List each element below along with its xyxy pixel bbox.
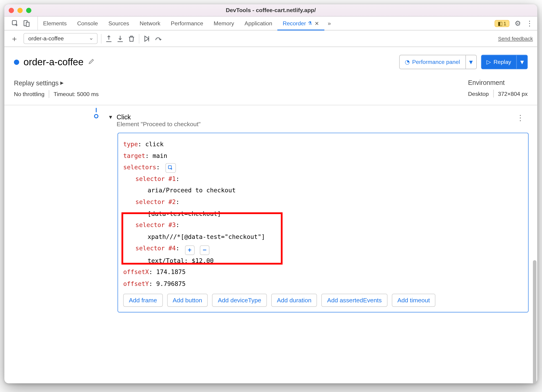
add-button-button[interactable]: Add button xyxy=(167,294,208,307)
scrollbar-thumb[interactable] xyxy=(533,260,536,383)
selector2-value[interactable]: [data-test=checkout] xyxy=(147,210,221,217)
gauge-icon: ◔ xyxy=(405,59,410,65)
step-subtitle: Element "Proceed to checkout" xyxy=(117,120,201,128)
new-recording-button[interactable]: ＋ xyxy=(9,33,20,44)
separator xyxy=(101,34,101,43)
prop-target-key: target xyxy=(123,152,145,159)
selector3-value[interactable]: xpath///*[@data-test="checkout"] xyxy=(147,233,265,240)
devtools-tabbar: Elements Console Sources Network Perform… xyxy=(4,16,537,30)
prop-offsetx-value[interactable]: 174.1875 xyxy=(156,268,186,276)
recording-selector[interactable]: order-a-coffee xyxy=(23,33,98,44)
inspect-element-icon[interactable] xyxy=(11,19,19,27)
prop-offsety-value[interactable]: 9.796875 xyxy=(156,280,186,287)
timeline-tick xyxy=(96,108,97,112)
device-value: Desktop xyxy=(468,90,489,97)
step-forward-icon[interactable] xyxy=(154,35,162,43)
warning-icon: ◧ xyxy=(498,20,503,27)
prop-type-value[interactable]: click xyxy=(145,140,163,148)
recording-selector-value: order-a-coffee xyxy=(28,35,64,42)
tab-network[interactable]: Network xyxy=(135,16,166,30)
add-assertedevents-button[interactable]: Add assertedEvents xyxy=(321,294,387,307)
issues-badge[interactable]: ◧ 1 xyxy=(495,20,509,27)
performance-panel-button[interactable]: ◔ Performance panel xyxy=(400,55,465,69)
timeout-value: Timeout: 5000 ms xyxy=(54,91,99,97)
step-menu-icon[interactable]: ⋮ xyxy=(516,113,524,123)
recorder-toolbar: ＋ order-a-coffee Send feedback xyxy=(4,30,537,47)
send-feedback-link[interactable]: Send feedback xyxy=(498,35,533,42)
replay-dropdown-caret[interactable]: ▾ xyxy=(516,55,527,69)
issues-count: 1 xyxy=(504,20,506,27)
separator xyxy=(139,34,139,43)
add-frame-button[interactable]: Add frame xyxy=(123,294,163,307)
import-icon[interactable] xyxy=(116,35,124,43)
chevron-right-icon: ▸ xyxy=(60,79,64,86)
prop-type-key: type xyxy=(123,140,138,148)
performance-dropdown-caret[interactable]: ▾ xyxy=(465,55,476,69)
step-area: ⋮ ▼ Click Element "Proceed to checkout" … xyxy=(4,105,537,321)
add-selector-button[interactable]: + xyxy=(185,245,195,255)
replay-button-group: ▷ Replay ▾ xyxy=(481,55,528,69)
selector1-value[interactable]: aria/Proceed to checkout xyxy=(147,187,236,194)
settings-gear-icon[interactable]: ⚙ xyxy=(515,19,521,27)
recording-title: order-a-coffee xyxy=(23,56,84,68)
tab-close-icon[interactable]: ✕ xyxy=(314,20,319,27)
settings-bar: Replay settings ▸ No throttling Timeout:… xyxy=(4,74,537,105)
throttling-value: No throttling xyxy=(14,91,44,97)
add-timeout-button[interactable]: Add timeout xyxy=(392,294,436,307)
svg-rect-2 xyxy=(26,22,29,26)
tab-sources[interactable]: Sources xyxy=(103,16,135,30)
play-icon: ▷ xyxy=(487,59,491,65)
dimensions-value: 372×804 px xyxy=(498,90,528,97)
devtools-window: DevTools - coffee-cart.netlify.app/ Elem… xyxy=(4,4,537,383)
selector1-key: selector #1 xyxy=(136,175,176,182)
window-title: DevTools - coffee-cart.netlify.app/ xyxy=(4,7,537,14)
prop-selectors-key: selectors xyxy=(123,164,156,171)
tab-recorder-label: Recorder xyxy=(283,20,306,27)
tab-performance[interactable]: Performance xyxy=(166,16,208,30)
performance-panel-label: Performance panel xyxy=(412,59,460,65)
delete-icon[interactable] xyxy=(128,35,136,43)
selector2-key: selector #2 xyxy=(136,199,176,206)
remove-selector-button[interactable]: − xyxy=(200,245,209,255)
title-bar: DevTools - coffee-cart.netlify.app/ xyxy=(4,4,537,16)
performance-panel-button-group: ◔ Performance panel ▾ xyxy=(399,55,477,69)
environment-header: Environment xyxy=(468,79,528,86)
more-tabs-chevron[interactable]: » xyxy=(324,16,334,30)
tab-recorder[interactable]: Recorder ⚗ ✕ xyxy=(277,16,324,30)
flask-icon: ⚗ xyxy=(308,21,312,26)
prop-target-value[interactable]: main xyxy=(152,152,167,159)
selector4-value[interactable]: text/Total: $12.00 xyxy=(147,257,213,264)
selector4-key: selector #4 xyxy=(136,245,176,252)
prop-offsety-key: offsetY xyxy=(123,280,149,287)
add-property-row: Add frame Add button Add deviceType Add … xyxy=(123,294,523,307)
divider xyxy=(49,90,49,98)
step-header[interactable]: ▼ Click Element "Proceed to checkout" xyxy=(108,113,529,128)
selector3-key: selector #3 xyxy=(136,221,176,229)
recording-dot-icon xyxy=(14,59,19,64)
timeline-dot xyxy=(94,114,98,118)
edit-title-icon[interactable] xyxy=(88,58,95,66)
step-detail-panel: type: click target: main selectors: sele… xyxy=(118,133,529,313)
replay-settings-label: Replay settings xyxy=(14,79,59,86)
device-toggle-icon[interactable] xyxy=(23,19,30,27)
more-options-icon[interactable]: ⋮ xyxy=(526,19,533,27)
tab-application[interactable]: Application xyxy=(239,16,277,30)
collapse-caret-icon[interactable]: ▼ xyxy=(108,114,113,120)
divider xyxy=(493,90,493,97)
prop-offsetx-key: offsetX xyxy=(123,268,149,276)
add-duration-button[interactable]: Add duration xyxy=(271,294,317,307)
add-devicetype-button[interactable]: Add deviceType xyxy=(212,294,267,307)
replay-button[interactable]: ▷ Replay xyxy=(481,55,516,69)
step-over-icon[interactable] xyxy=(143,35,151,43)
replay-label: Replay xyxy=(493,59,511,65)
element-picker-button[interactable] xyxy=(165,163,176,173)
export-icon[interactable] xyxy=(105,35,113,43)
tab-memory[interactable]: Memory xyxy=(208,16,239,30)
tab-console[interactable]: Console xyxy=(72,16,103,30)
tab-elements[interactable]: Elements xyxy=(38,16,72,30)
step-name: Click xyxy=(117,113,201,120)
replay-settings-header[interactable]: Replay settings ▸ xyxy=(14,79,99,86)
recording-header: order-a-coffee ◔ Performance panel ▾ ▷ R… xyxy=(4,47,537,74)
